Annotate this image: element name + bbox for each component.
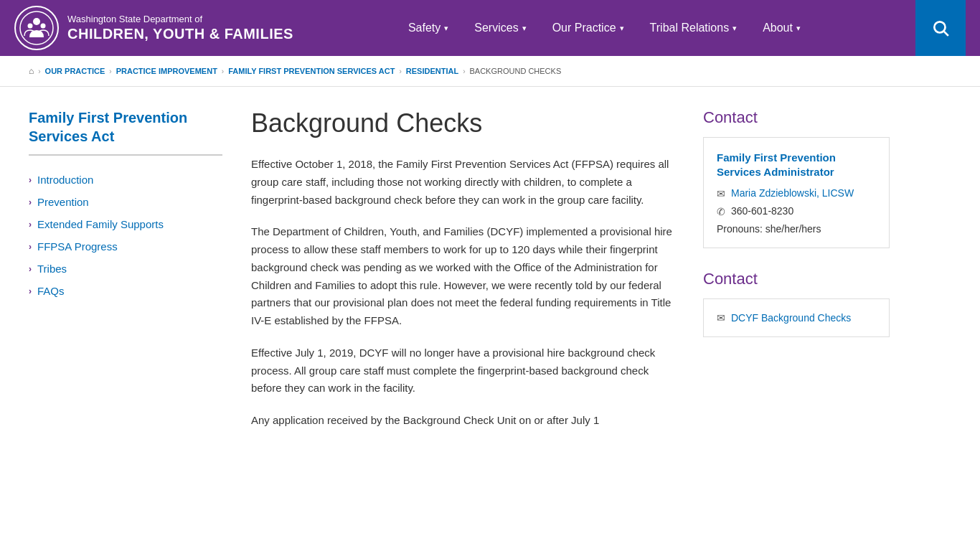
sidebar-item-introduction[interactable]: › Introduction bbox=[29, 169, 222, 191]
page-title: Background Checks bbox=[251, 108, 674, 138]
chevron-down-icon: ▾ bbox=[732, 24, 737, 33]
site-header: Washington State Department of CHILDREN,… bbox=[0, 0, 980, 56]
paragraph-3: Effective July 1, 2019, DCYF will no lon… bbox=[251, 344, 674, 397]
chevron-right-icon: › bbox=[29, 197, 32, 207]
paragraph-4: Any application received by the Backgrou… bbox=[251, 412, 674, 430]
contact-card-title-1: Family First Prevention Services Adminis… bbox=[717, 151, 876, 179]
nav-safety[interactable]: Safety ▾ bbox=[395, 0, 461, 56]
dcyf-background-checks-link[interactable]: DCYF Background Checks bbox=[731, 312, 851, 324]
nav-services[interactable]: Services ▾ bbox=[461, 0, 539, 56]
chevron-down-icon: ▾ bbox=[796, 24, 801, 33]
svg-point-2 bbox=[28, 24, 33, 29]
paragraph-1: Effective October 1, 2018, the Family Fi… bbox=[251, 156, 674, 209]
sidebar-link-tribes[interactable]: Tribes bbox=[37, 263, 67, 275]
sidebar-link-extended-family[interactable]: Extended Family Supports bbox=[37, 218, 164, 230]
chevron-down-icon: ▾ bbox=[620, 24, 624, 33]
logo-text: Washington State Department of CHILDREN,… bbox=[67, 14, 293, 42]
breadcrumb-practice-improvement[interactable]: Practice Improvement bbox=[116, 67, 217, 75]
svg-point-3 bbox=[41, 24, 46, 29]
chevron-right-icon: › bbox=[29, 286, 32, 296]
sidebar-link-faqs[interactable]: FAQs bbox=[37, 285, 65, 297]
phone-icon: ✆ bbox=[717, 206, 725, 217]
chevron-right-icon: › bbox=[29, 264, 32, 274]
contact-pronouns: Pronouns: she/her/hers bbox=[717, 223, 876, 235]
home-icon[interactable]: ⌂ bbox=[29, 66, 34, 76]
left-sidebar: Family First Prevention Services Act › I… bbox=[29, 108, 222, 444]
sidebar-item-ffpsa-progress[interactable]: › FFPSA Progress bbox=[29, 235, 222, 258]
breadcrumb-sep: › bbox=[222, 67, 224, 75]
nav-our-practice[interactable]: Our Practice ▾ bbox=[540, 0, 637, 56]
sidebar-title: Family First Prevention Services Act bbox=[29, 108, 222, 156]
breadcrumb-current: Background Checks bbox=[470, 67, 562, 75]
breadcrumb-our-practice[interactable]: Our Practice bbox=[45, 67, 105, 75]
sidebar-item-faqs[interactable]: › FAQs bbox=[29, 280, 222, 302]
chevron-down-icon: ▾ bbox=[522, 24, 527, 33]
paragraph-2: The Department of Children, Youth, and F… bbox=[251, 223, 674, 330]
contact-email-row-2: ✉ DCYF Background Checks bbox=[717, 312, 876, 324]
breadcrumb-sep: › bbox=[463, 67, 465, 75]
sidebar-link-prevention[interactable]: Prevention bbox=[37, 196, 89, 208]
breadcrumb-residential[interactable]: Residential bbox=[406, 67, 458, 75]
svg-point-1 bbox=[33, 18, 40, 25]
logo-icon bbox=[14, 6, 59, 50]
svg-point-0 bbox=[20, 11, 53, 44]
contact-section-title-2: Contact bbox=[703, 270, 890, 288]
contact-phone-row: ✆ 360-601-8230 bbox=[717, 205, 876, 217]
logo-bottom-line: CHILDREN, YOUTH & FAMILIES bbox=[67, 25, 293, 42]
logo-area: Washington State Department of CHILDREN,… bbox=[14, 6, 293, 50]
chevron-down-icon: ▾ bbox=[444, 24, 448, 33]
search-button[interactable] bbox=[915, 0, 966, 56]
sidebar-item-tribes[interactable]: › Tribes bbox=[29, 258, 222, 280]
svg-line-5 bbox=[944, 32, 948, 36]
nav-tribal-relations[interactable]: Tribal Relations ▾ bbox=[637, 0, 750, 56]
contact-card-1: Family First Prevention Services Adminis… bbox=[703, 137, 890, 248]
sidebar-item-extended-family[interactable]: › Extended Family Supports bbox=[29, 213, 222, 235]
sidebar-link-ffpsa-progress[interactable]: FFPSA Progress bbox=[37, 240, 118, 253]
contact-name-link[interactable]: Maria Zdzieblowski, LICSW bbox=[731, 187, 854, 199]
contact-email-row: ✉ Maria Zdzieblowski, LICSW bbox=[717, 187, 876, 199]
sidebar-link-introduction[interactable]: Introduction bbox=[37, 174, 93, 186]
main-layout: Family First Prevention Services Act › I… bbox=[0, 87, 980, 466]
envelope-icon: ✉ bbox=[717, 188, 725, 199]
contact-phone: 360-601-8230 bbox=[731, 205, 793, 217]
contact-section-title-1: Contact bbox=[703, 108, 890, 127]
svg-point-4 bbox=[934, 22, 945, 32]
page-content: Background Checks Effective October 1, 2… bbox=[251, 108, 674, 444]
breadcrumb-sep: › bbox=[399, 67, 401, 75]
chevron-right-icon: › bbox=[29, 220, 32, 230]
nav-about[interactable]: About ▾ bbox=[750, 0, 814, 56]
envelope-icon: ✉ bbox=[717, 312, 725, 324]
right-sidebar: Contact Family First Prevention Services… bbox=[703, 108, 890, 444]
breadcrumb-ffpsa[interactable]: Family First Prevention Services Act bbox=[228, 67, 395, 75]
breadcrumb-sep: › bbox=[109, 67, 111, 75]
chevron-right-icon: › bbox=[29, 242, 32, 252]
sidebar-nav: › Introduction › Prevention › Extended F… bbox=[29, 169, 222, 302]
contact-card-2: ✉ DCYF Background Checks bbox=[703, 298, 890, 337]
breadcrumb-sep: › bbox=[38, 67, 40, 75]
breadcrumb: ⌂ › Our Practice › Practice Improvement … bbox=[0, 56, 980, 87]
logo-top-line: Washington State Department of bbox=[67, 14, 293, 25]
main-nav: Safety ▾ Services ▾ Our Practice ▾ Triba… bbox=[395, 0, 814, 56]
sidebar-item-prevention[interactable]: › Prevention bbox=[29, 191, 222, 213]
chevron-right-icon: › bbox=[29, 175, 32, 185]
